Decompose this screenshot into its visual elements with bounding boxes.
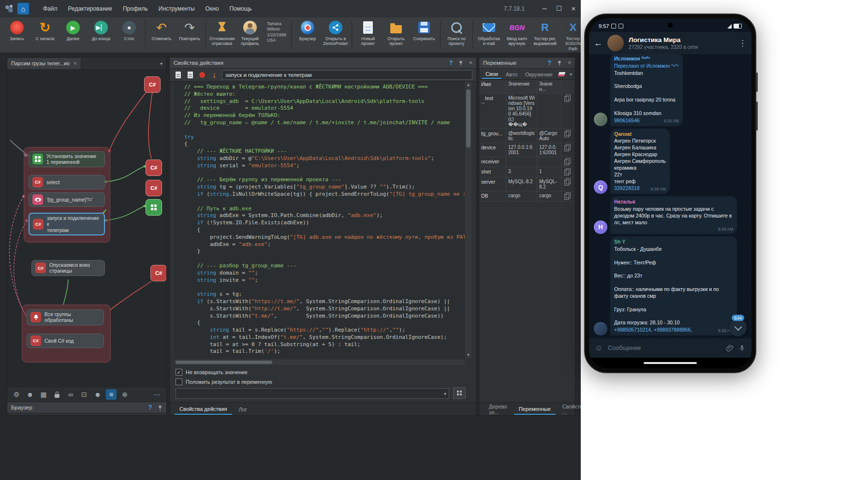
flow-node-scroll-down[interactable]: C# Опускаемся вниз страницы: [31, 260, 105, 276]
flow-node-all-groups-done[interactable]: Все группы обработаны: [27, 309, 104, 325]
more-icon[interactable]: ⋯: [152, 389, 162, 400]
toolbar-manual-captcha-button[interactable]: BGN Ввод капч вручную: [503, 17, 531, 46]
toolbar-regex-tester-button[interactable]: R Тестер рег. выражений: [531, 17, 559, 46]
column-value1[interactable]: Значение: [506, 80, 537, 93]
home-button[interactable]: ⌂: [17, 3, 29, 15]
tab-environment[interactable]: Окружение: [522, 70, 556, 78]
code-line[interactable]: [184, 255, 465, 262]
tab-auto-variables[interactable]: Авто: [502, 70, 521, 78]
code-line[interactable]: }: [184, 248, 465, 255]
tab-variables[interactable]: Переменные: [514, 404, 556, 415]
code-line[interactable]: project.SendWarningToLog("[TG] adb.exe н…: [184, 234, 465, 241]
copy-icon[interactable]: [564, 194, 569, 200]
code-line[interactable]: // tg_group_name — @name / t.me/name / t…: [184, 119, 465, 127]
tab-own-variables[interactable]: Свои: [482, 70, 501, 79]
code-line[interactable]: string invite = "";: [184, 277, 465, 284]
flow-node-csharp-top[interactable]: C#: [144, 76, 161, 93]
maximize-button[interactable]: ☐: [552, 0, 566, 17]
scroll-up-icon[interactable]: ▲: [465, 82, 471, 88]
scroll-thumb[interactable]: [466, 89, 471, 147]
code-line[interactable]: string domain = "";: [184, 270, 465, 277]
code-line[interactable]: adbExe = "adb.exe";: [184, 241, 465, 248]
menu-window[interactable]: Окно: [200, 0, 224, 17]
copy-icon[interactable]: [564, 145, 569, 151]
code-line[interactable]: string adbDir = @"C:\Users\User\AppData\…: [184, 155, 465, 162]
code-line[interactable]: // device = emulator-5554: [184, 105, 465, 112]
help-icon[interactable]: ?: [148, 404, 152, 411]
avatar[interactable]: [594, 113, 607, 126]
pin-icon[interactable]: [458, 60, 463, 66]
chat-message[interactable]: Sh Y Тобольск - Душанбе Нужен:: Тент/Реф…: [594, 236, 747, 335]
script-edit-icon[interactable]: [174, 71, 182, 79]
code-line[interactable]: [184, 127, 465, 134]
code-line[interactable]: string tg = (project.Variables["tg_group…: [184, 184, 465, 191]
lock-icon[interactable]: [52, 389, 62, 400]
grid-icon[interactable]: ▦: [38, 389, 49, 400]
message-bubble[interactable]: Qanoat Ангрен Пятигорск Ангрен Балашиха …: [610, 129, 670, 194]
toolbar-new-project-button[interactable]: Новый проект: [354, 17, 382, 46]
toolbar-email-processing-button[interactable]: Обработка e-mail: [475, 17, 503, 46]
code-line[interactable]: if (s.StartsWith("https://t.me/", System…: [184, 298, 465, 305]
code-line[interactable]: // --- ЖЁСТКИЕ НАСТРОЙКИ ---: [184, 148, 465, 155]
variable-row-tg-group[interactable]: tg_grou... @worldlogistic @CargoAuto: [479, 129, 575, 143]
chat-message[interactable]: Н Наталья Возьму пару человек на простые…: [594, 196, 747, 234]
volume-button[interactable]: [756, 73, 758, 92]
put-result-checkbox-row[interactable]: Положить результат в переменную: [176, 378, 272, 385]
toolbar-open-project-button[interactable]: Открыть проект: [382, 17, 410, 46]
message-bubble[interactable]: Sh Y Тобольск - Душанбе Нужен:: Тент/Реф…: [610, 236, 737, 335]
flow-node-csharp-b[interactable]: C#: [146, 180, 162, 196]
toolbar-current-profile-button[interactable]: Текущий профиль: [236, 17, 264, 46]
toolbar-to-end-button[interactable]: ▶▏ До конца: [87, 17, 115, 41]
checkbox-checked-icon[interactable]: ✓: [176, 369, 182, 376]
scroll-to-bottom-button[interactable]: 534: [729, 319, 747, 336]
close-panel-icon[interactable]: ×: [568, 59, 571, 66]
variable-row-device[interactable]: device 127.0.0.1:62001 127.0.0.1:62001: [479, 143, 575, 157]
toolbar-next-button[interactable]: ▶ Далее: [59, 17, 87, 41]
close-panel-icon[interactable]: ×: [469, 59, 472, 66]
action-name-input[interactable]: [222, 70, 472, 80]
variable-row-test[interactable]: test Microsoft Windows [Version 10.0.190…: [479, 94, 575, 129]
copy-icon[interactable]: [564, 160, 569, 165]
flow-node-csharp-a[interactable]: C#: [146, 160, 162, 176]
chevron-down-icon[interactable]: ▾: [570, 72, 572, 77]
menu-profile[interactable]: Профиль: [118, 0, 153, 17]
menu-help[interactable]: Помощь: [224, 0, 257, 17]
kebab-menu-icon[interactable]: ⋮: [738, 38, 747, 48]
back-arrow-icon[interactable]: ←: [594, 38, 603, 48]
tab-list-chevron-icon[interactable]: ▾: [160, 61, 166, 66]
tab-close-icon[interactable]: ×: [74, 60, 76, 66]
code-line[interactable]: s.StartsWith("t.me/", System.StringCompa…: [184, 313, 465, 320]
code-line[interactable]: // Из переменной берём ТОЛЬКО:: [184, 112, 465, 119]
close-button[interactable]: ×: [566, 0, 581, 17]
chat-message-list[interactable]: 23-23,5 т Тахта 9:26 AM Sarvarbek Sarvar…: [589, 54, 751, 338]
toolbar-browser-button[interactable]: Браузер: [294, 17, 322, 41]
message-bubble[interactable]: Исломжон ⁰⁹⁰⁷ Переслано от Исломжон ⁰⁹⁰⁷…: [610, 54, 683, 126]
variable-row-receiver[interactable]: receiver: [479, 157, 575, 167]
code-line[interactable]: tail = at >= 0 ? tail.Substring(at + 5) …: [184, 341, 465, 349]
tab-element-tree[interactable]: Дерево эл...: [484, 401, 512, 417]
toolbar-record-button[interactable]: Запись: [3, 17, 31, 41]
tab-action-properties[interactable]: Свойства действия: [175, 404, 232, 415]
editor-horizontal-scrollbar[interactable]: [175, 360, 465, 365]
copy-icon[interactable]: [564, 131, 569, 137]
toolbar-project-search-button[interactable]: Поиск по проекту: [442, 17, 471, 46]
toolbar-save-button[interactable]: Сохранить: [410, 17, 438, 41]
variable-row-server[interactable]: server MySQL-8.2 MySQL-8.2: [479, 177, 575, 191]
result-variable-select[interactable]: ▾: [176, 388, 449, 399]
code-line[interactable]: // settings_adb = C:\Users\User\AppData\…: [184, 98, 465, 105]
help-icon[interactable]: ?: [548, 59, 551, 66]
power-button[interactable]: [756, 102, 758, 131]
toolbar-restart-button[interactable]: ↻ С начала: [31, 17, 59, 41]
no-return-checkbox-row[interactable]: ✓ Не возвращать значение: [176, 369, 248, 376]
copy-box-icon[interactable]: ⊡: [79, 389, 89, 400]
flow-node-set-value[interactable]: Установить значение 1 переменной: [29, 151, 105, 167]
phone-navigation-bar[interactable]: [589, 358, 751, 368]
message-bubble[interactable]: Наталья Возьму пару человек на простые з…: [610, 196, 737, 234]
toolbar-deferred-render-button[interactable]: Отложенная отрисовка: [208, 17, 236, 46]
settings-gear-icon[interactable]: ⚙: [11, 389, 22, 400]
tab-properties[interactable]: Свойства ...: [558, 401, 581, 417]
flow-node-custom-csharp[interactable]: C# Свой C# код: [27, 334, 104, 348]
flow-node-csharp-partial[interactable]: C#: [150, 265, 166, 281]
flow-canvas[interactable]: C# Установить значение 1 переменной C# s…: [7, 70, 166, 387]
attach-icon[interactable]: [726, 344, 734, 352]
